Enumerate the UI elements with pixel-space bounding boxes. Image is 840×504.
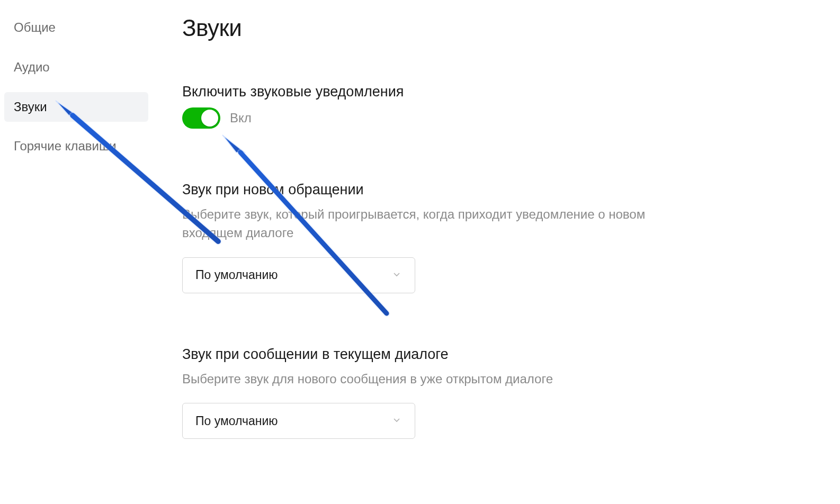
enable-sounds-toggle[interactable] (182, 107, 220, 129)
sidebar-item-general[interactable]: Общие (4, 13, 148, 43)
select-value: По умолчанию (195, 268, 278, 282)
sidebar-item-hotkeys[interactable]: Горячие клавиши (4, 131, 148, 161)
sidebar-item-label: Звуки (14, 100, 47, 114)
section-current-dialog-sound: Звук при сообщении в текущем диалоге Выб… (182, 346, 819, 439)
section-description: Выберите звук для нового сообщения в уже… (182, 370, 669, 389)
new-request-sound-select[interactable]: По умолчанию (182, 257, 415, 293)
page-title: Звуки (182, 15, 819, 41)
settings-main: Звуки Включить звуковые уведомления Вкл … (148, 0, 840, 504)
select-value: По умолчанию (195, 414, 278, 428)
section-title: Звук при сообщении в текущем диалоге (182, 346, 819, 363)
toggle-knob (201, 110, 218, 127)
current-dialog-sound-select[interactable]: По умолчанию (182, 403, 415, 439)
sidebar-item-label: Общие (14, 20, 56, 34)
section-enable-sounds: Включить звуковые уведомления Вкл (182, 84, 819, 129)
sidebar-item-label: Аудио (14, 60, 50, 74)
section-title: Звук при новом обращении (182, 182, 819, 198)
section-new-request-sound: Звук при новом обращении Выберите звук, … (182, 182, 819, 293)
chevron-down-icon (391, 415, 402, 427)
settings-sidebar: Общие Аудио Звуки Горячие клавиши (0, 0, 148, 504)
section-description: Выберите звук, который проигрывается, ко… (182, 205, 669, 242)
toggle-row: Вкл (182, 107, 819, 129)
section-title: Включить звуковые уведомления (182, 84, 819, 100)
sidebar-item-audio[interactable]: Аудио (4, 52, 148, 83)
sidebar-item-label: Горячие клавиши (14, 139, 117, 153)
toggle-state-label: Вкл (230, 111, 252, 125)
chevron-down-icon (391, 269, 402, 282)
sidebar-item-sounds[interactable]: Звуки (4, 92, 148, 122)
